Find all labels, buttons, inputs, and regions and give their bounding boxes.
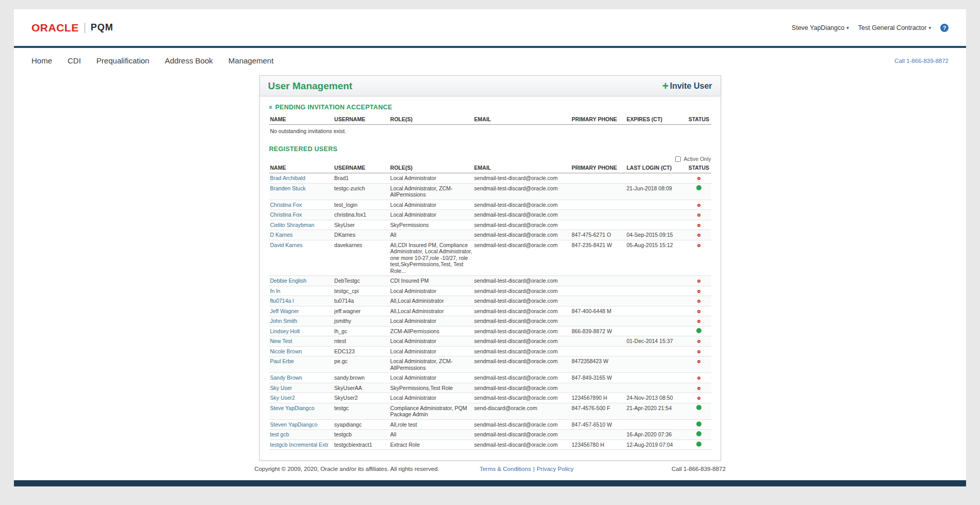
nav-item-management[interactable]: Management xyxy=(228,56,274,65)
terms-link[interactable]: Terms & Conditions xyxy=(480,466,531,472)
user-name-link[interactable]: Lindsey Holt xyxy=(270,328,300,334)
email-cell: sendmail-test-discard@oracle.com xyxy=(473,240,570,276)
status-cell xyxy=(687,383,711,393)
email-cell: sendmail-test-discard@oracle.com xyxy=(473,276,570,286)
registered-section-title: REGISTERED USERS xyxy=(269,145,711,153)
user-name-link[interactable]: Debbie English xyxy=(270,278,307,284)
phone-cell xyxy=(570,430,625,440)
privacy-link[interactable]: Privacy Policy xyxy=(536,466,574,472)
org-menu[interactable]: Test General Contractor ▾ xyxy=(858,24,931,31)
phone-cell xyxy=(570,336,625,347)
roles-cell: All xyxy=(389,430,473,440)
username-cell: jsmithy xyxy=(333,316,389,327)
plus-icon: + xyxy=(662,80,669,92)
last-login-cell xyxy=(626,326,687,336)
phone-cell xyxy=(570,316,625,327)
user-name-link[interactable]: Christina Fox xyxy=(270,202,302,208)
page-title: User Management xyxy=(268,80,353,92)
email-cell: sendmail-test-discard@oracle.com xyxy=(473,296,570,306)
user-name-link[interactable]: Sandy Brown xyxy=(270,374,302,381)
table-row: fn lntestgc_cpiLocal Administratorsendma… xyxy=(269,286,711,296)
user-name-link[interactable]: David Karnes xyxy=(270,242,303,248)
email-cell: sendmail-test-discard@oracle.com xyxy=(473,356,570,373)
user-name-link[interactable]: Christina Fox xyxy=(270,211,302,218)
column-header-email: EMAIL xyxy=(473,114,570,125)
user-name-link[interactable]: Branden Stuck xyxy=(270,185,306,191)
user-name-link[interactable]: Brad Archibald xyxy=(270,175,305,181)
roles-cell: Local Administrator, ZCM-AllPermissions xyxy=(389,356,473,373)
email-cell: sendmail-test-discard@oracle.com xyxy=(473,439,570,450)
roles-cell: CDI Insured PM xyxy=(389,276,473,286)
user-name-link[interactable]: Steven YapDiangco xyxy=(270,421,318,428)
column-header-name: NAME xyxy=(269,162,334,173)
email-cell: send-discard@oracle.com xyxy=(473,403,570,419)
user-name-link[interactable]: Sky User2 xyxy=(270,395,295,401)
double-chevron-down-icon[interactable]: » xyxy=(267,106,274,109)
user-menu[interactable]: Steve YapDiangco ▾ xyxy=(792,24,849,31)
roles-cell: ZCM-AllPermissions xyxy=(389,326,473,336)
nav-item-prequalification[interactable]: Prequalification xyxy=(96,56,150,65)
column-header-expires-ct: EXPIRES (CT) xyxy=(626,114,687,125)
status-inactive-icon xyxy=(697,177,700,180)
table-row: David KarnesdavekarnesAll,CDI Insured PM… xyxy=(269,240,711,276)
status-cell xyxy=(687,346,711,356)
user-name-link[interactable]: Jeff Wagner xyxy=(270,308,299,314)
last-login-cell: 21-Apr-2020 21:54 xyxy=(626,403,687,419)
status-cell xyxy=(687,276,711,286)
roles-cell: SkyPermissions,Test Role xyxy=(389,383,473,393)
nav-item-address-book[interactable]: Address Book xyxy=(165,56,213,65)
user-name-link[interactable]: test gcb xyxy=(270,431,289,437)
table-row: Cielito ShraybmanSkyUserSkyPermissionsse… xyxy=(269,220,711,230)
active-only-checkbox[interactable] xyxy=(675,156,681,162)
last-login-cell xyxy=(626,210,687,220)
page-container: ORACLE PQM Steve YapDiangco ▾ Test Gener… xyxy=(14,9,966,486)
column-header-role-s: ROLE(S) xyxy=(389,114,473,125)
call-link[interactable]: Call 1-866-839-8872 xyxy=(894,58,949,64)
email-cell: sendmail-test-discard@oracle.com xyxy=(473,430,570,440)
email-cell: sendmail-test-discard@oracle.com xyxy=(473,306,570,316)
oracle-logo: ORACLE xyxy=(31,22,79,34)
email-cell: sendmail-test-discard@oracle.com xyxy=(473,210,570,220)
name-cell: Lindsey Holt xyxy=(269,326,334,336)
status-cell xyxy=(687,403,711,419)
name-cell: Christina Fox xyxy=(269,210,334,220)
user-name-link[interactable]: Cielito Shraybman xyxy=(270,222,315,228)
table-row: Sandy Brownsandy.brownLocal Administrato… xyxy=(269,373,711,383)
status-active-icon xyxy=(696,185,701,190)
table-row: Debbie EnglishDebTestgcCDI Insured PMsen… xyxy=(269,276,711,286)
last-login-cell xyxy=(626,220,687,230)
org-menu-label: Test General Contractor xyxy=(858,24,927,31)
nav-item-home[interactable]: Home xyxy=(31,56,52,65)
user-name-link[interactable]: testgcb Incremental Extr xyxy=(270,442,329,448)
status-cell xyxy=(687,220,711,230)
status-inactive-icon xyxy=(697,310,700,313)
user-name-link[interactable]: Paul Erbe xyxy=(270,358,294,364)
status-cell xyxy=(687,286,711,296)
user-name-link[interactable]: ftu0714a l xyxy=(270,298,294,304)
invite-user-button[interactable]: + Invite User xyxy=(662,80,712,92)
help-icon[interactable]: ? xyxy=(940,24,949,32)
username-cell: pe.gc xyxy=(333,356,389,373)
user-name-link[interactable]: fn ln xyxy=(270,288,281,294)
column-header-status: STATUS xyxy=(687,162,711,173)
table-row: testgcb Incremental Extrtestgcbiextract1… xyxy=(269,439,711,450)
status-cell xyxy=(687,296,711,306)
name-cell: David Karnes xyxy=(269,240,334,276)
user-name-link[interactable]: Steve YapDiangco xyxy=(270,405,315,411)
name-cell: New Test xyxy=(269,336,334,347)
roles-cell: Local Administrator xyxy=(389,286,473,296)
phone-cell: 866-839-8872 W xyxy=(570,326,625,336)
nav-item-cdi[interactable]: CDI xyxy=(68,56,81,65)
username-cell: davekarnes xyxy=(333,240,389,276)
status-inactive-icon xyxy=(697,214,700,217)
user-name-link[interactable]: New Test xyxy=(270,338,292,344)
phone-cell xyxy=(570,286,625,296)
registered-header-row: NAMEUSERNAMEROLE(S)EMAILPRIMARY PHONELAS… xyxy=(269,162,711,173)
footer-call-text: Call 1-866-839-8872 xyxy=(672,466,726,472)
last-login-cell xyxy=(626,316,687,327)
user-name-link[interactable]: John Smith xyxy=(270,318,298,324)
username-cell: testgcbiextract1 xyxy=(333,439,389,450)
user-name-link[interactable]: Sky User xyxy=(270,385,292,391)
user-name-link[interactable]: D Karnes xyxy=(270,232,293,238)
user-name-link[interactable]: Nicole Brown xyxy=(270,348,302,354)
